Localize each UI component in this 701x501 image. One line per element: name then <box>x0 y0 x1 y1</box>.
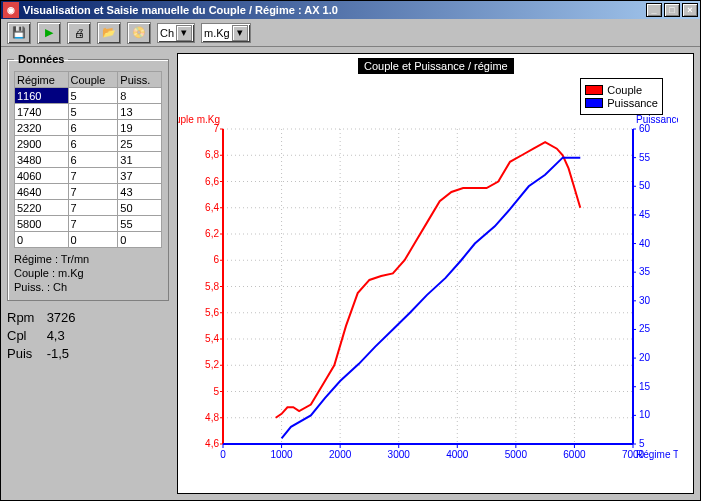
col-header: Couple <box>68 72 118 88</box>
cpl-label: Cpl <box>7 327 43 345</box>
svg-text:4000: 4000 <box>446 449 469 460</box>
table-row[interactable]: 3480631 <box>15 152 162 168</box>
svg-text:5,2: 5,2 <box>205 359 219 370</box>
disk-icon: 💾 <box>12 26 26 39</box>
print-icon: 🖨 <box>74 27 85 39</box>
svg-text:5,4: 5,4 <box>205 333 219 344</box>
play-icon: ▶ <box>45 26 53 39</box>
units-block: Régime : Tr/mnCouple : m.KgPuiss. : Ch <box>14 252 162 294</box>
svg-text:3000: 3000 <box>388 449 411 460</box>
svg-text:6000: 6000 <box>563 449 586 460</box>
close-button[interactable]: × <box>682 3 698 17</box>
svg-text:25: 25 <box>639 323 651 334</box>
svg-text:6,8: 6,8 <box>205 149 219 160</box>
chart-pane: Couple et Puissance / régime CouplePuiss… <box>177 53 694 494</box>
svg-text:50: 50 <box>639 180 651 191</box>
svg-text:35: 35 <box>639 266 651 277</box>
puis-label: Puis <box>7 345 43 363</box>
svg-text:10: 10 <box>639 409 651 420</box>
load-button[interactable]: 📂 <box>97 22 121 44</box>
svg-text:5,8: 5,8 <box>205 281 219 292</box>
svg-text:5: 5 <box>639 438 645 449</box>
table-row[interactable]: 000 <box>15 232 162 248</box>
data-legend: Données <box>14 53 68 65</box>
cpl-value: 4,3 <box>47 328 65 343</box>
save2-button[interactable]: 📀 <box>127 22 151 44</box>
unit-power-dropdown[interactable]: Ch▾ <box>157 23 195 43</box>
app-icon: ◉ <box>3 2 19 18</box>
chevron-down-icon: ▾ <box>232 25 248 41</box>
svg-text:2000: 2000 <box>329 449 352 460</box>
table-row[interactable]: 1740513 <box>15 104 162 120</box>
maximize-button[interactable]: □ <box>664 3 680 17</box>
svg-text:5: 5 <box>213 386 219 397</box>
svg-text:5000: 5000 <box>505 449 528 460</box>
svg-text:7: 7 <box>213 123 219 134</box>
table-row[interactable]: 2320619 <box>15 120 162 136</box>
minimize-button[interactable]: _ <box>646 3 662 17</box>
unit-torque-dropdown[interactable]: m.Kg▾ <box>201 23 251 43</box>
table-row[interactable]: 4640743 <box>15 184 162 200</box>
table-row[interactable]: 4060737 <box>15 168 162 184</box>
disk2-icon: 📀 <box>132 26 146 39</box>
chevron-down-icon: ▾ <box>176 25 192 41</box>
titlebar: ◉ Visualisation et Saisie manuelle du Co… <box>1 1 700 19</box>
window-title: Visualisation et Saisie manuelle du Coup… <box>23 4 646 16</box>
data-group: Données RégimeCouplePuiss. 1160581740513… <box>7 53 169 301</box>
svg-text:6: 6 <box>213 254 219 265</box>
svg-text:45: 45 <box>639 209 651 220</box>
print-button[interactable]: 🖨 <box>67 22 91 44</box>
table-row[interactable]: 5800755 <box>15 216 162 232</box>
window-controls: _ □ × <box>646 3 698 17</box>
table-row[interactable]: 5220750 <box>15 200 162 216</box>
play-button[interactable]: ▶ <box>37 22 61 44</box>
svg-text:0: 0 <box>220 449 226 460</box>
svg-text:6,2: 6,2 <box>205 228 219 239</box>
toolbar: 💾 ▶ 🖨 📂 📀 Ch▾ m.Kg▾ <box>1 19 700 47</box>
svg-text:Régime Tr/mn: Régime Tr/mn <box>636 449 678 460</box>
data-table[interactable]: RégimeCouplePuiss. 116058174051323206192… <box>14 71 162 248</box>
table-row[interactable]: 116058 <box>15 88 162 104</box>
svg-text:20: 20 <box>639 352 651 363</box>
content: Données RégimeCouplePuiss. 1160581740513… <box>1 47 700 500</box>
col-header: Régime <box>15 72 69 88</box>
table-row[interactable]: 2900625 <box>15 136 162 152</box>
folder-icon: 📂 <box>102 26 116 39</box>
readout: Rpm 3726 Cpl 4,3 Puis -1,5 <box>7 309 169 363</box>
window: ◉ Visualisation et Saisie manuelle du Co… <box>0 0 701 501</box>
svg-text:1000: 1000 <box>270 449 293 460</box>
svg-text:4,6: 4,6 <box>205 438 219 449</box>
puis-value: -1,5 <box>47 346 69 361</box>
svg-text:40: 40 <box>639 238 651 249</box>
rpm-label: Rpm <box>7 309 43 327</box>
rpm-value: 3726 <box>47 310 76 325</box>
svg-text:5,6: 5,6 <box>205 307 219 318</box>
svg-text:60: 60 <box>639 123 651 134</box>
svg-text:30: 30 <box>639 295 651 306</box>
left-panel: Données RégimeCouplePuiss. 1160581740513… <box>7 53 169 494</box>
svg-text:4,8: 4,8 <box>205 412 219 423</box>
col-header: Puiss. <box>118 72 162 88</box>
svg-text:55: 55 <box>639 152 651 163</box>
chart-svg: Couple m.Kg4,64,855,25,45,65,866,26,46,6… <box>178 54 678 484</box>
svg-text:15: 15 <box>639 381 651 392</box>
svg-text:6,6: 6,6 <box>205 176 219 187</box>
save-button[interactable]: 💾 <box>7 22 31 44</box>
svg-text:6,4: 6,4 <box>205 202 219 213</box>
